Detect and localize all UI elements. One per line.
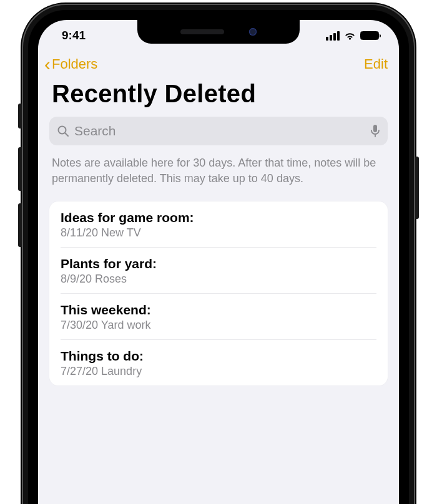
back-label: Folders [52,56,97,72]
info-text: Notes are available here for 30 days. Af… [38,145,399,201]
search-icon [57,125,69,137]
note-title: This weekend: [61,303,376,317]
side-button [18,203,22,247]
note-subtitle: 8/9/20Roses [61,273,376,286]
note-title: Ideas for game room: [61,210,376,225]
side-button [18,147,22,191]
note-subtitle: 8/11/20New TV [61,226,376,240]
list-item[interactable]: Ideas for game room: 8/11/20New TV [61,201,376,248]
back-button[interactable]: ‹ Folders [44,55,97,74]
notch [137,20,300,44]
search-placeholder: Search [74,124,365,138]
list-item[interactable]: Plants for yard: 8/9/20Roses [61,248,376,294]
svg-rect-2 [373,125,377,132]
list-item[interactable]: Things to do: 7/27/20Laundry [61,340,376,385]
search-input[interactable]: Search [49,117,388,145]
wifi-icon [343,31,356,41]
status-time: 9:41 [56,29,86,42]
note-title: Things to do: [61,349,376,364]
notes-list: Ideas for game room: 8/11/20New TV Plant… [49,201,388,385]
battery-icon [360,31,379,40]
nav-bar: ‹ Folders Edit [38,51,399,76]
svg-line-1 [65,133,68,136]
mic-icon[interactable] [370,124,380,138]
note-title: Plants for yard: [61,256,376,271]
chevron-left-icon: ‹ [44,55,51,74]
front-camera [249,28,257,36]
cellular-signal-icon [326,31,340,41]
side-button [415,157,419,219]
side-button [18,104,22,128]
phone-frame: 9:41 ‹ Folders Edit Recently Deleted [22,4,415,504]
screen: 9:41 ‹ Folders Edit Recently Deleted [38,20,399,504]
page-title: Recently Deleted [38,76,399,117]
note-subtitle: 7/27/20Laundry [61,365,376,378]
list-item[interactable]: This weekend: 7/30/20Yard work [61,294,376,340]
edit-button[interactable]: Edit [364,56,388,72]
note-subtitle: 7/30/20Yard work [61,319,376,332]
speaker [180,29,224,34]
